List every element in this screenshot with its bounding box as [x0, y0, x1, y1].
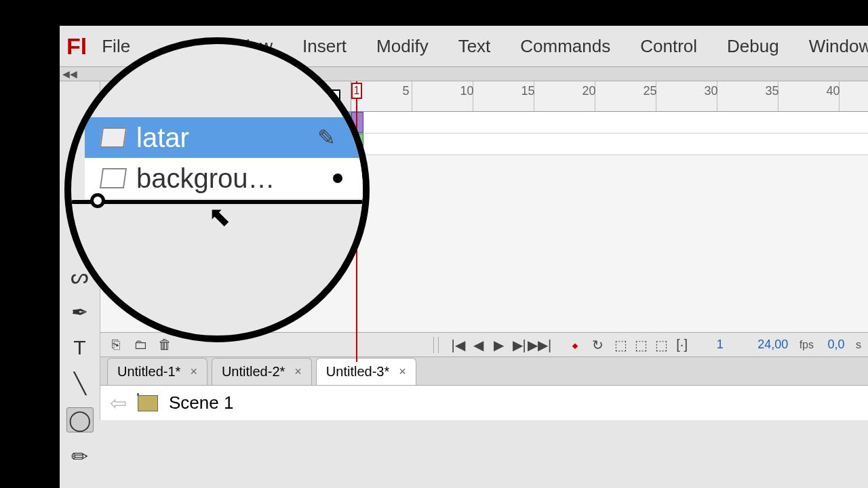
cursor-icon: ⬉ — [208, 201, 231, 232]
ruler-tick: 35 — [766, 81, 778, 111]
document-tabs: Untitled-1* × Untitled-2* × Untitled-3* … — [100, 357, 868, 385]
ruler-tick: 30 — [705, 81, 717, 111]
magnifier-divider — [71, 200, 363, 204]
text-tool-icon[interactable]: T — [66, 336, 94, 359]
magnified-layer-label: backgrou… — [136, 163, 275, 194]
playhead[interactable]: 1 — [351, 83, 362, 99]
ruler-tick: 25 — [644, 81, 656, 111]
current-frame-display[interactable]: 1 — [696, 338, 744, 352]
menu-debug[interactable]: Debug — [712, 36, 794, 57]
edit-multiple-button[interactable]: ⬚ — [653, 336, 671, 354]
loop-marker-icon[interactable]: ⬥ — [566, 336, 584, 354]
app-logo: Fl — [60, 33, 87, 60]
close-icon[interactable]: × — [294, 365, 302, 379]
tab-label: Untitled-1* — [117, 364, 180, 380]
menu-commands[interactable]: Commands — [505, 36, 625, 57]
ruler-tick: 20 — [583, 81, 595, 111]
ruler-tick: 10 — [461, 81, 473, 111]
frame-ruler[interactable]: 1 5 10 15 20 25 30 35 40 — [351, 81, 868, 111]
pencil-icon: ✎ — [317, 125, 336, 150]
fps-display[interactable]: 24,00 — [749, 338, 797, 352]
menu-modify[interactable]: Modify — [361, 36, 443, 57]
last-frame-button[interactable]: ▶▶| — [531, 336, 549, 354]
scene-icon — [138, 395, 158, 411]
keyframe-dot-icon — [333, 174, 342, 183]
magnifier-overlay: latar ✎ backgrou… ⬉ — [64, 37, 370, 342]
tab-untitled-3[interactable]: Untitled-3* × — [316, 358, 416, 385]
ruler-tick: 15 — [522, 81, 534, 111]
onion-outline-button[interactable]: ⬚ — [633, 336, 650, 354]
back-arrow-icon[interactable]: ⇦ — [110, 391, 127, 415]
new-folder-button[interactable]: 🗀 — [132, 336, 149, 354]
magnified-layer-background[interactable]: backgrou… — [85, 158, 363, 199]
collapse-panel-button[interactable]: ◀◀ — [60, 68, 80, 79]
scene-name[interactable]: Scene 1 — [169, 392, 233, 413]
scene-bar: ⇦ Scene 1 — [100, 385, 868, 420]
fps-label: fps — [800, 339, 814, 351]
tab-label: Untitled-3* — [326, 364, 389, 380]
layer-icon — [100, 168, 127, 188]
onion-markers-button[interactable]: [·] — [673, 336, 691, 354]
pen-tool-icon[interactable]: ✒ — [66, 300, 94, 324]
menu-window[interactable]: Window — [794, 36, 868, 57]
ruler-tick: 40 — [827, 81, 840, 111]
close-icon[interactable]: × — [399, 365, 406, 379]
close-icon[interactable]: × — [190, 365, 197, 379]
magnifier-knob-icon — [90, 193, 105, 208]
tab-untitled-1[interactable]: Untitled-1* × — [107, 358, 208, 385]
tab-label: Untitled-2* — [222, 364, 285, 380]
layer-icon — [100, 127, 127, 148]
menu-insert[interactable]: Insert — [288, 36, 361, 57]
play-button[interactable]: ▶ — [490, 336, 508, 354]
menu-file[interactable]: File — [87, 36, 145, 57]
prev-frame-button[interactable]: ◀ — [470, 336, 488, 354]
menu-text[interactable]: Text — [443, 36, 506, 57]
first-frame-button[interactable]: |◀ — [450, 336, 467, 354]
oval-tool-icon[interactable]: ◯ — [66, 407, 94, 432]
menu-control[interactable]: Control — [625, 36, 712, 57]
onion-skin-button[interactable]: ⬚ — [612, 336, 630, 354]
magnified-layer-latar[interactable]: latar ✎ — [85, 117, 363, 158]
tab-untitled-2[interactable]: Untitled-2* × — [212, 358, 312, 385]
pencil-tool-icon[interactable]: ✏ — [66, 445, 94, 468]
grip-icon[interactable] — [433, 337, 439, 353]
ruler-tick: 5 — [400, 81, 412, 111]
loop-button[interactable]: ↻ — [589, 336, 607, 354]
time-label: s — [856, 339, 861, 351]
new-layer-button[interactable]: ⎘ — [107, 336, 125, 354]
magnified-layer-label: latar — [136, 123, 189, 153]
next-frame-button[interactable]: ▶| — [511, 336, 528, 354]
delete-layer-button[interactable]: 🗑 — [156, 336, 174, 354]
time-display: 0,0 — [819, 338, 853, 352]
line-tool-icon[interactable]: ╲ — [66, 371, 94, 395]
